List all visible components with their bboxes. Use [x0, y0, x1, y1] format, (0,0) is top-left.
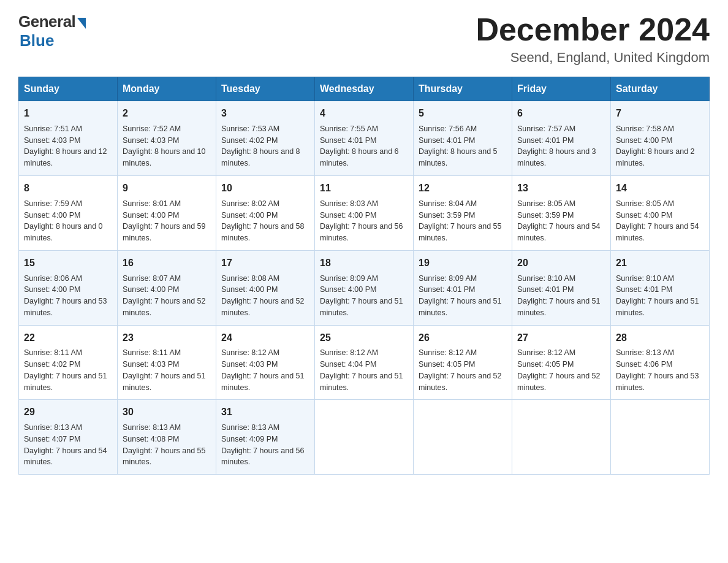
day-number: 25: [320, 331, 408, 346]
day-number: 23: [123, 331, 211, 346]
day-cell: 23Sunrise: 8:11 AMSunset: 4:03 PMDayligh…: [118, 325, 216, 400]
day-cell: 2Sunrise: 7:52 AMSunset: 4:03 PMDaylight…: [118, 101, 216, 176]
day-number: 27: [517, 331, 605, 346]
day-number: 6: [517, 106, 605, 121]
day-info: Sunrise: 8:11 AMSunset: 4:02 PMDaylight:…: [24, 347, 112, 393]
day-cell: 25Sunrise: 8:12 AMSunset: 4:04 PMDayligh…: [315, 325, 414, 400]
day-number: 10: [221, 181, 309, 196]
day-cell: [315, 400, 414, 475]
day-number: 19: [419, 256, 507, 271]
day-number: 22: [24, 331, 112, 346]
day-cell: 22Sunrise: 8:11 AMSunset: 4:02 PMDayligh…: [19, 325, 118, 400]
day-cell: 7Sunrise: 7:58 AMSunset: 4:00 PMDaylight…: [611, 101, 710, 176]
day-info: Sunrise: 8:01 AMSunset: 4:00 PMDaylight:…: [123, 198, 211, 244]
day-cell: [611, 400, 710, 475]
logo-general-text: General: [18, 12, 75, 31]
day-header-thursday: Thursday: [414, 77, 512, 101]
day-info: Sunrise: 7:56 AMSunset: 4:01 PMDaylight:…: [419, 123, 507, 169]
day-info: Sunrise: 8:09 AMSunset: 4:00 PMDaylight:…: [320, 273, 408, 319]
day-number: 16: [123, 256, 211, 271]
day-number: 14: [616, 181, 704, 196]
week-row-1: 1Sunrise: 7:51 AMSunset: 4:03 PMDaylight…: [19, 101, 710, 176]
day-number: 18: [320, 256, 408, 271]
day-number: 21: [616, 256, 704, 271]
day-info: Sunrise: 7:55 AMSunset: 4:01 PMDaylight:…: [320, 123, 408, 169]
day-cell: 28Sunrise: 8:13 AMSunset: 4:06 PMDayligh…: [611, 325, 710, 400]
day-info: Sunrise: 8:10 AMSunset: 4:01 PMDaylight:…: [616, 273, 704, 319]
calendar-header-row: SundayMondayTuesdayWednesdayThursdayFrid…: [19, 77, 710, 101]
day-info: Sunrise: 7:51 AMSunset: 4:03 PMDaylight:…: [24, 123, 112, 169]
day-info: Sunrise: 8:12 AMSunset: 4:05 PMDaylight:…: [419, 347, 507, 393]
day-info: Sunrise: 7:58 AMSunset: 4:00 PMDaylight:…: [616, 123, 704, 169]
week-row-5: 29Sunrise: 8:13 AMSunset: 4:07 PMDayligh…: [19, 400, 710, 475]
page-header: General Blue December 2024 Seend, Englan…: [18, 12, 710, 66]
day-cell: 20Sunrise: 8:10 AMSunset: 4:01 PMDayligh…: [512, 250, 611, 325]
day-number: 8: [24, 181, 112, 196]
day-header-wednesday: Wednesday: [315, 77, 414, 101]
day-number: 26: [419, 331, 507, 346]
day-info: Sunrise: 7:53 AMSunset: 4:02 PMDaylight:…: [221, 123, 309, 169]
day-cell: 17Sunrise: 8:08 AMSunset: 4:00 PMDayligh…: [216, 250, 315, 325]
day-cell: 14Sunrise: 8:05 AMSunset: 4:00 PMDayligh…: [611, 175, 710, 250]
day-cell: 11Sunrise: 8:03 AMSunset: 4:00 PMDayligh…: [315, 175, 414, 250]
day-cell: 29Sunrise: 8:13 AMSunset: 4:07 PMDayligh…: [19, 400, 118, 475]
title-area: December 2024 Seend, England, United Kin…: [476, 12, 710, 66]
day-info: Sunrise: 8:08 AMSunset: 4:00 PMDaylight:…: [221, 273, 309, 319]
day-cell: 9Sunrise: 8:01 AMSunset: 4:00 PMDaylight…: [118, 175, 216, 250]
day-cell: 16Sunrise: 8:07 AMSunset: 4:00 PMDayligh…: [118, 250, 216, 325]
day-number: 12: [419, 181, 507, 196]
day-cell: [512, 400, 611, 475]
day-cell: 3Sunrise: 7:53 AMSunset: 4:02 PMDaylight…: [216, 101, 315, 176]
day-number: 3: [221, 106, 309, 121]
day-number: 30: [123, 405, 211, 420]
day-info: Sunrise: 8:09 AMSunset: 4:01 PMDaylight:…: [419, 273, 507, 319]
day-cell: 27Sunrise: 8:12 AMSunset: 4:05 PMDayligh…: [512, 325, 611, 400]
day-number: 20: [517, 256, 605, 271]
day-info: Sunrise: 8:03 AMSunset: 4:00 PMDaylight:…: [320, 198, 408, 244]
day-cell: 4Sunrise: 7:55 AMSunset: 4:01 PMDaylight…: [315, 101, 414, 176]
logo-blue-text: Blue: [20, 31, 54, 50]
day-number: 24: [221, 331, 309, 346]
day-info: Sunrise: 8:13 AMSunset: 4:07 PMDaylight:…: [24, 422, 112, 468]
day-header-saturday: Saturday: [611, 77, 710, 101]
day-header-monday: Monday: [118, 77, 216, 101]
day-number: 4: [320, 106, 408, 121]
month-title: December 2024: [476, 12, 710, 47]
day-number: 9: [123, 181, 211, 196]
week-row-2: 8Sunrise: 7:59 AMSunset: 4:00 PMDaylight…: [19, 175, 710, 250]
day-number: 5: [419, 106, 507, 121]
day-number: 29: [24, 405, 112, 420]
day-info: Sunrise: 8:13 AMSunset: 4:08 PMDaylight:…: [123, 422, 211, 468]
day-number: 28: [616, 331, 704, 346]
day-number: 17: [221, 256, 309, 271]
day-header-friday: Friday: [512, 77, 611, 101]
day-info: Sunrise: 8:04 AMSunset: 3:59 PMDaylight:…: [419, 198, 507, 244]
day-header-sunday: Sunday: [19, 77, 118, 101]
day-cell: 18Sunrise: 8:09 AMSunset: 4:00 PMDayligh…: [315, 250, 414, 325]
day-number: 2: [123, 106, 211, 121]
day-number: 31: [221, 405, 309, 420]
day-info: Sunrise: 8:05 AMSunset: 3:59 PMDaylight:…: [517, 198, 605, 244]
day-info: Sunrise: 7:52 AMSunset: 4:03 PMDaylight:…: [123, 123, 211, 169]
week-row-4: 22Sunrise: 8:11 AMSunset: 4:02 PMDayligh…: [19, 325, 710, 400]
day-cell: 12Sunrise: 8:04 AMSunset: 3:59 PMDayligh…: [414, 175, 512, 250]
day-info: Sunrise: 8:02 AMSunset: 4:00 PMDaylight:…: [221, 198, 309, 244]
day-number: 15: [24, 256, 112, 271]
day-header-tuesday: Tuesday: [216, 77, 315, 101]
calendar-table: SundayMondayTuesdayWednesdayThursdayFrid…: [18, 77, 710, 475]
day-cell: 21Sunrise: 8:10 AMSunset: 4:01 PMDayligh…: [611, 250, 710, 325]
day-info: Sunrise: 8:11 AMSunset: 4:03 PMDaylight:…: [123, 347, 211, 393]
day-info: Sunrise: 8:13 AMSunset: 4:09 PMDaylight:…: [221, 422, 309, 468]
day-info: Sunrise: 8:13 AMSunset: 4:06 PMDaylight:…: [616, 347, 704, 393]
day-cell: 15Sunrise: 8:06 AMSunset: 4:00 PMDayligh…: [19, 250, 118, 325]
logo: General Blue: [18, 12, 86, 50]
day-cell: 5Sunrise: 7:56 AMSunset: 4:01 PMDaylight…: [414, 101, 512, 176]
day-cell: 10Sunrise: 8:02 AMSunset: 4:00 PMDayligh…: [216, 175, 315, 250]
day-info: Sunrise: 8:07 AMSunset: 4:00 PMDaylight:…: [123, 273, 211, 319]
logo-arrow-icon: [77, 18, 86, 29]
day-number: 7: [616, 106, 704, 121]
day-cell: 30Sunrise: 8:13 AMSunset: 4:08 PMDayligh…: [118, 400, 216, 475]
day-info: Sunrise: 8:12 AMSunset: 4:03 PMDaylight:…: [221, 347, 309, 393]
day-info: Sunrise: 8:12 AMSunset: 4:05 PMDaylight:…: [517, 347, 605, 393]
week-row-3: 15Sunrise: 8:06 AMSunset: 4:00 PMDayligh…: [19, 250, 710, 325]
